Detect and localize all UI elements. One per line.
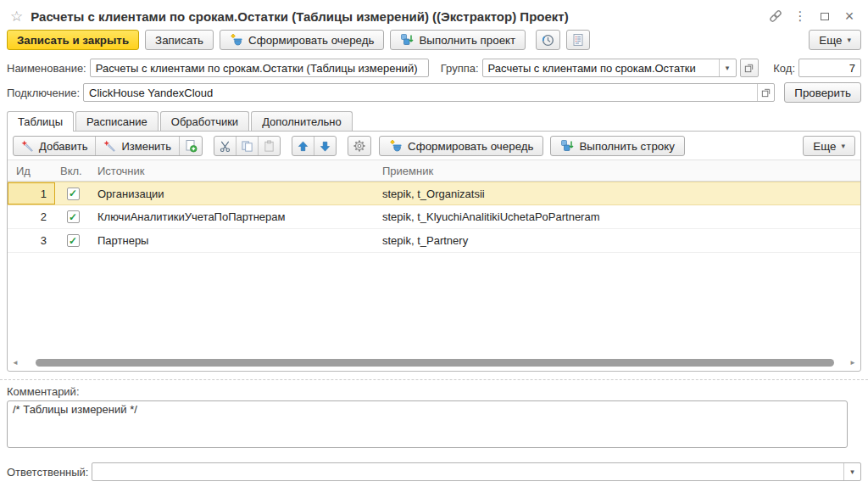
group-dropdown-icon[interactable]: ▾ — [719, 59, 736, 76]
magic-wand-icon — [103, 140, 116, 153]
link-icon — [768, 8, 783, 24]
queue-icon — [389, 139, 403, 153]
queue-icon — [230, 33, 243, 47]
more-button[interactable]: Еще ▾ — [809, 30, 861, 50]
cell-target[interactable]: stepik, t_KlyuchiAnalitikiUchetaPoPartne… — [376, 210, 860, 223]
table-empty-area — [8, 253, 860, 357]
clipboard-button-group — [214, 136, 281, 156]
table-header: Ид Вкл. Источник Приемник — [8, 160, 860, 182]
cell-id[interactable]: 3 — [8, 229, 55, 252]
name-row: Наименование: Группа: ▾ Код: — [0, 56, 868, 80]
cell-source[interactable]: КлючиАналитикиУчетаПоПартнерам — [91, 210, 376, 223]
window-titlebar: ☆ Расчеты с клиентами по срокам.Остатки … — [0, 0, 868, 28]
group-label: Группа: — [441, 62, 479, 75]
cell-source[interactable]: Партнеры — [91, 234, 376, 247]
checkbox-checked-icon[interactable]: ✓ — [67, 188, 80, 200]
get-link-icon[interactable] — [767, 8, 784, 25]
connection-field-group — [83, 83, 775, 102]
chevron-down-icon: ▾ — [841, 143, 845, 150]
responsible-dropdown-icon[interactable]: ▾ — [843, 463, 860, 480]
tables-tab-panel: Добавить Изменить — [7, 131, 861, 372]
form-queue-button[interactable]: Сформировать очередь — [220, 30, 384, 50]
open-icon — [743, 63, 754, 74]
checkbox-checked-icon[interactable]: ✓ — [67, 210, 80, 223]
add-document-button[interactable] — [180, 137, 202, 155]
add-edit-button-group: Добавить Изменить — [13, 136, 203, 156]
comment-label: Комментарий: — [0, 380, 868, 400]
group-input[interactable] — [483, 59, 719, 76]
run-project-button[interactable]: Выполнить проект — [390, 30, 526, 50]
tab-strip: Таблицы Расписание Обработчики Дополните… — [0, 105, 868, 131]
check-connection-button[interactable]: Проверить — [784, 82, 861, 103]
checkbox-checked-icon[interactable]: ✓ — [67, 234, 80, 247]
connection-row: Подключение: Проверить — [0, 80, 868, 105]
run-icon — [400, 33, 414, 47]
chevron-down-icon: ▾ — [847, 36, 851, 44]
copy-icon — [241, 140, 253, 153]
tab-tables[interactable]: Таблицы — [7, 111, 74, 132]
main-toolbar: Записать и закрыть Записать Сформировать… — [0, 28, 868, 56]
cell-target[interactable]: stepik, t_Organizatsii — [376, 188, 860, 200]
connection-label: Подключение: — [7, 87, 80, 99]
connection-input[interactable] — [84, 84, 757, 101]
table-row[interactable]: 1 ✓ Организации stepik, t_Organizatsii — [8, 182, 860, 205]
comment-textarea[interactable]: /* Таблицы измерений */ — [7, 400, 848, 448]
column-header-source[interactable]: Источник — [91, 165, 376, 177]
save-and-close-button[interactable]: Записать и закрыть — [7, 30, 139, 50]
name-field-group — [90, 59, 429, 77]
gear-icon — [353, 139, 366, 153]
cell-source[interactable]: Организации — [91, 188, 376, 200]
name-input[interactable] — [91, 59, 428, 76]
report-button[interactable] — [566, 30, 590, 50]
table-row[interactable]: 3 ✓ Партнеры stepik, t_Partnery — [8, 229, 860, 253]
cell-target[interactable]: stepik, t_Partnery — [376, 234, 860, 247]
save-button[interactable]: Записать — [145, 30, 214, 50]
move-up-button[interactable] — [292, 137, 314, 155]
table-more-button[interactable]: Еще ▾ — [803, 136, 855, 156]
magic-wand-icon — [21, 140, 34, 153]
responsible-label: Ответственный: — [7, 466, 88, 479]
code-input[interactable] — [798, 59, 861, 77]
report-document-icon — [571, 33, 585, 47]
history-button[interactable] — [536, 30, 560, 50]
edit-row-button[interactable]: Изменить — [96, 137, 180, 155]
paste-icon — [263, 140, 275, 153]
arrow-down-icon — [319, 140, 331, 153]
add-row-button[interactable]: Добавить — [14, 137, 96, 155]
move-down-button[interactable] — [314, 137, 336, 155]
favorite-star-icon[interactable]: ☆ — [10, 9, 23, 24]
column-header-target[interactable]: Приемник — [376, 165, 860, 177]
responsible-field-group: ▾ — [92, 462, 861, 481]
group-field-group: ▾ — [482, 59, 737, 77]
group-open-button[interactable] — [740, 59, 759, 77]
tab-handlers[interactable]: Обработчики — [160, 111, 249, 131]
tab-schedule[interactable]: Расписание — [75, 111, 159, 131]
run-row-button[interactable]: Выполнить строку — [550, 136, 684, 156]
table-row[interactable]: 2 ✓ КлючиАналитикиУчетаПоПартнерам stepi… — [8, 205, 860, 229]
tab-additional[interactable]: Дополнительно — [251, 111, 353, 131]
column-header-id[interactable]: Ид — [8, 165, 55, 177]
settings-button[interactable] — [348, 136, 371, 156]
column-header-enabled[interactable]: Вкл. — [55, 165, 91, 177]
arrow-up-icon — [297, 140, 309, 153]
scrollbar-thumb[interactable] — [36, 359, 834, 367]
horizontal-scrollbar[interactable]: ◄ ► — [8, 357, 860, 368]
form-queue-row-button[interactable]: Сформировать очередь — [379, 136, 543, 156]
scroll-left-icon[interactable]: ◄ — [11, 359, 19, 367]
connection-open-button[interactable] — [757, 84, 774, 101]
cell-id[interactable]: 1 — [8, 182, 55, 204]
cut-button[interactable] — [214, 137, 236, 155]
run-icon — [560, 139, 574, 153]
responsible-input[interactable] — [92, 463, 843, 480]
copy-button[interactable] — [236, 137, 259, 155]
cell-id[interactable]: 2 — [8, 205, 55, 228]
maximize-icon[interactable] — [816, 8, 833, 25]
name-label: Наименование: — [7, 62, 86, 75]
add-document-icon — [184, 139, 198, 153]
table-toolbar: Добавить Изменить — [8, 132, 860, 160]
scissors-icon — [219, 140, 231, 153]
paste-button[interactable] — [259, 137, 280, 155]
window-menu-icon[interactable]: ⋮ — [792, 8, 809, 25]
close-icon[interactable]: × — [841, 8, 858, 25]
scroll-right-icon[interactable]: ► — [849, 359, 857, 367]
